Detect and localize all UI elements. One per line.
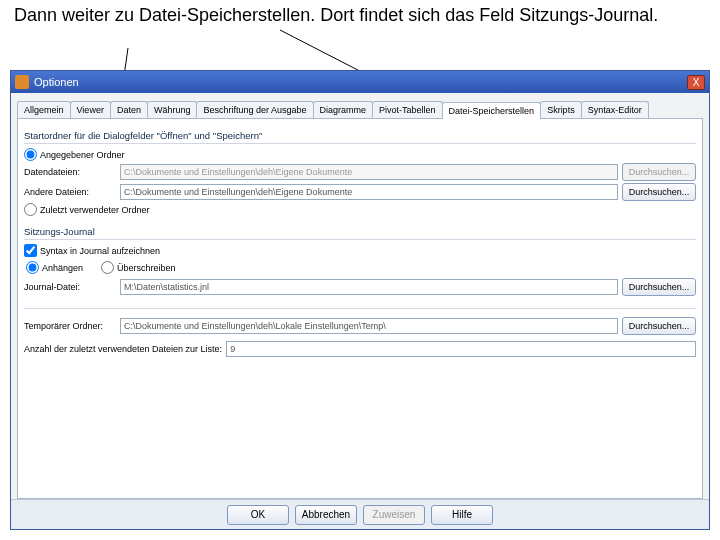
label-temp-folder: Temporärer Ordner: bbox=[24, 321, 116, 331]
group-startfolder-title: Startordner für die Dialogfelder "Öffnen… bbox=[24, 130, 696, 144]
instruction-caption: Dann weiter zu Datei-Speicherstellen. Do… bbox=[0, 0, 720, 29]
options-dialog: Optionen X Allgemein Viewer Daten Währun… bbox=[10, 70, 710, 530]
checkbox-record-syntax-input[interactable] bbox=[24, 244, 37, 257]
radio-append-input[interactable] bbox=[26, 261, 39, 274]
checkbox-record-syntax-label: Syntax in Journal aufzeichnen bbox=[40, 246, 160, 256]
browse-data-files[interactable]: Durchsuchen... bbox=[622, 163, 696, 181]
tab-daten[interactable]: Daten bbox=[110, 101, 148, 118]
tab-pivot[interactable]: Pivot-Tabellen bbox=[372, 101, 443, 118]
tab-diagramme[interactable]: Diagramme bbox=[313, 101, 374, 118]
tab-pane: Startordner für die Dialogfelder "Öffnen… bbox=[17, 119, 703, 499]
radio-append-label: Anhängen bbox=[42, 263, 83, 273]
browse-temp-folder[interactable]: Durchsuchen... bbox=[622, 317, 696, 335]
input-recent-count[interactable] bbox=[226, 341, 696, 357]
input-temp-folder[interactable] bbox=[120, 318, 618, 334]
tab-viewer[interactable]: Viewer bbox=[70, 101, 111, 118]
divider bbox=[24, 308, 696, 309]
input-other-files[interactable] bbox=[120, 184, 618, 200]
radio-recent-folder-input[interactable] bbox=[24, 203, 37, 216]
app-icon bbox=[15, 75, 29, 89]
radio-recent-folder[interactable]: Zuletzt verwendeter Ordner bbox=[24, 203, 696, 216]
browse-journal-file[interactable]: Durchsuchen... bbox=[622, 278, 696, 296]
help-button[interactable]: Hilfe bbox=[431, 505, 493, 525]
radio-overwrite-input[interactable] bbox=[101, 261, 114, 274]
titlebar: Optionen X bbox=[11, 71, 709, 93]
label-data-files: Datendateien: bbox=[24, 167, 116, 177]
close-button[interactable]: X bbox=[687, 75, 705, 90]
tab-dateispeicher[interactable]: Datei-Speicherstellen bbox=[442, 102, 542, 119]
cancel-button[interactable]: Abbrechen bbox=[295, 505, 357, 525]
input-journal-file[interactable] bbox=[120, 279, 618, 295]
label-recent-count: Anzahl der zuletzt verwendeten Dateien z… bbox=[24, 344, 222, 354]
input-data-files[interactable] bbox=[120, 164, 618, 180]
dialog-button-bar: OK Abbrechen Zuweisen Hilfe bbox=[11, 499, 709, 529]
tab-syntax[interactable]: Syntax-Editor bbox=[581, 101, 649, 118]
ok-button[interactable]: OK bbox=[227, 505, 289, 525]
radio-specified-folder-label: Angegebener Ordner bbox=[40, 150, 125, 160]
browse-other-files[interactable]: Durchsuchen... bbox=[622, 183, 696, 201]
tab-bar: Allgemein Viewer Daten Währung Beschrift… bbox=[17, 101, 703, 119]
label-other-files: Andere Dateien: bbox=[24, 187, 116, 197]
tab-beschriftung[interactable]: Beschriftung der Ausgabe bbox=[196, 101, 313, 118]
radio-recent-folder-label: Zuletzt verwendeter Ordner bbox=[40, 205, 150, 215]
radio-overwrite-label: Überschreiben bbox=[117, 263, 176, 273]
apply-button[interactable]: Zuweisen bbox=[363, 505, 425, 525]
tab-allgemein[interactable]: Allgemein bbox=[17, 101, 71, 118]
radio-specified-folder-input[interactable] bbox=[24, 148, 37, 161]
tab-waehrung[interactable]: Währung bbox=[147, 101, 198, 118]
radio-specified-folder[interactable]: Angegebener Ordner bbox=[24, 148, 696, 161]
group-session-journal-title: Sitzungs-Journal bbox=[24, 226, 696, 240]
radio-append[interactable]: Anhängen bbox=[26, 261, 83, 274]
tab-skripts[interactable]: Skripts bbox=[540, 101, 582, 118]
checkbox-record-syntax[interactable]: Syntax in Journal aufzeichnen bbox=[24, 244, 696, 257]
label-journal-file: Journal-Datei: bbox=[24, 282, 116, 292]
window-title: Optionen bbox=[34, 76, 687, 88]
radio-overwrite[interactable]: Überschreiben bbox=[101, 261, 176, 274]
